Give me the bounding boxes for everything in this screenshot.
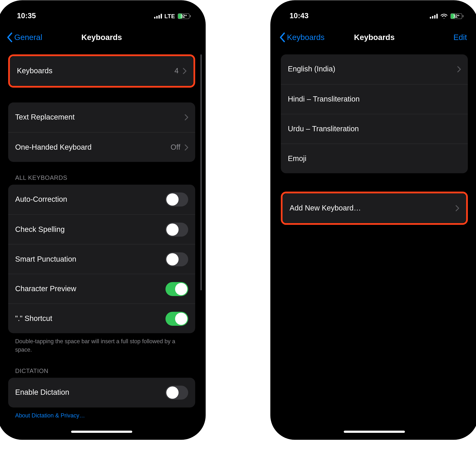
check-spelling-row[interactable]: Check Spelling (8, 214, 195, 244)
add-keyboard-row[interactable]: Add New Keyboard… (283, 193, 466, 223)
cellular-signal-icon (430, 13, 438, 18)
all-keyboards-header: All Keyboards (15, 174, 188, 181)
dictation-header: Dictation (15, 367, 188, 374)
highlight-add-keyboard: Add New Keyboard… (281, 192, 468, 225)
add-keyboard-label: Add New Keyboard… (289, 204, 456, 213)
shortcut-toggle[interactable] (166, 312, 188, 325)
keyboards-row-label: Keyboards (17, 67, 174, 75)
keyboards-count: 4 (174, 67, 178, 75)
chevron-right-icon (456, 205, 459, 211)
text-replacement-label: Text Replacement (15, 113, 185, 122)
back-button[interactable]: General (5, 32, 42, 43)
smart-punctuation-row[interactable]: Smart Punctuation (8, 244, 195, 274)
keyboard-row-emoji[interactable]: Emoji (281, 144, 468, 173)
chevron-right-icon (185, 114, 188, 120)
content-area: Keyboards 4 Text Replacement (1, 51, 202, 435)
page-title: Keyboards (81, 33, 122, 42)
keyboard-row-english[interactable]: English (India) (281, 54, 468, 84)
chevron-right-icon (185, 144, 188, 151)
about-dictation-link[interactable]: About Dictation & Privacy… (15, 412, 188, 420)
highlight-keyboards-row: Keyboards 4 (8, 54, 195, 88)
phone-keyboards-list: 10:43 32⁺ Keyboards Keyboards Edi (274, 4, 475, 436)
group-keyboard-options: Text Replacement One-Handed Keyboard Off (8, 102, 195, 162)
character-preview-toggle[interactable] (166, 282, 188, 296)
status-bar: 10:35 LTE 32⁺ (1, 4, 202, 24)
keyboard-label: English (India) (288, 65, 458, 74)
content-area: English (India) Hindi – Transliteration … (274, 51, 475, 435)
wifi-icon (440, 13, 448, 18)
one-handed-value: Off (170, 143, 180, 152)
battery-icon: 32⁺ (178, 13, 191, 19)
shortcut-footer: Double-tapping the space bar will insert… (15, 338, 188, 354)
phone-keyboards-settings: 10:35 LTE 32⁺ General Keyboards (1, 4, 202, 436)
shortcut-label: "." Shortcut (15, 314, 166, 323)
auto-correction-toggle[interactable] (166, 192, 188, 206)
scroll-indicator[interactable] (201, 54, 202, 290)
chevron-left-icon (277, 32, 287, 43)
check-spelling-label: Check Spelling (15, 225, 166, 234)
chevron-right-icon (458, 66, 461, 72)
back-button[interactable]: Keyboards (277, 32, 325, 43)
keyboard-label: Emoji (288, 154, 461, 163)
group-all-keyboards: Auto-Correction Check Spelling Smart Pun… (8, 185, 195, 333)
nav-bar: General Keyboards (1, 27, 202, 47)
status-time: 10:35 (17, 12, 36, 20)
smart-punctuation-label: Smart Punctuation (15, 255, 166, 263)
status-right: LTE 32⁺ (154, 13, 191, 19)
page-title: Keyboards (354, 33, 395, 42)
keyboards-row[interactable]: Keyboards 4 (10, 56, 193, 86)
auto-correction-label: Auto-Correction (15, 195, 166, 204)
status-right: 32⁺ (430, 13, 463, 19)
enable-dictation-row[interactable]: Enable Dictation (8, 378, 195, 408)
back-label: General (14, 33, 42, 42)
keyboard-label: Urdu – Transliteration (288, 125, 461, 133)
enable-dictation-label: Enable Dictation (15, 388, 166, 397)
back-label: Keyboards (287, 33, 324, 42)
home-indicator[interactable] (344, 431, 405, 433)
network-label: LTE (164, 13, 175, 19)
smart-punctuation-toggle[interactable] (166, 252, 188, 266)
status-bar: 10:43 32⁺ (274, 4, 475, 24)
home-indicator[interactable] (71, 431, 132, 433)
shortcut-row[interactable]: "." Shortcut (8, 304, 195, 333)
chevron-right-icon (183, 68, 187, 74)
one-handed-row[interactable]: One-Handed Keyboard Off (8, 132, 195, 162)
status-time: 10:43 (289, 12, 308, 20)
keyboard-row-hindi[interactable]: Hindi – Transliteration (281, 84, 468, 114)
group-keyboard-list: English (India) Hindi – Transliteration … (281, 54, 468, 173)
keyboard-row-urdu[interactable]: Urdu – Transliteration (281, 114, 468, 144)
group-dictation: Enable Dictation (8, 378, 195, 408)
battery-icon: 32⁺ (450, 13, 463, 19)
chevron-left-icon (5, 32, 14, 43)
keyboard-label: Hindi – Transliteration (288, 95, 461, 103)
enable-dictation-toggle[interactable] (166, 385, 188, 399)
nav-bar: Keyboards Keyboards Edit (274, 27, 475, 47)
character-preview-label: Character Preview (15, 285, 166, 293)
edit-button[interactable]: Edit (453, 33, 467, 42)
character-preview-row[interactable]: Character Preview (8, 274, 195, 304)
text-replacement-row[interactable]: Text Replacement (8, 102, 195, 132)
auto-correction-row[interactable]: Auto-Correction (8, 185, 195, 214)
cellular-signal-icon (154, 13, 162, 18)
check-spelling-toggle[interactable] (166, 222, 188, 236)
one-handed-label: One-Handed Keyboard (15, 143, 171, 152)
